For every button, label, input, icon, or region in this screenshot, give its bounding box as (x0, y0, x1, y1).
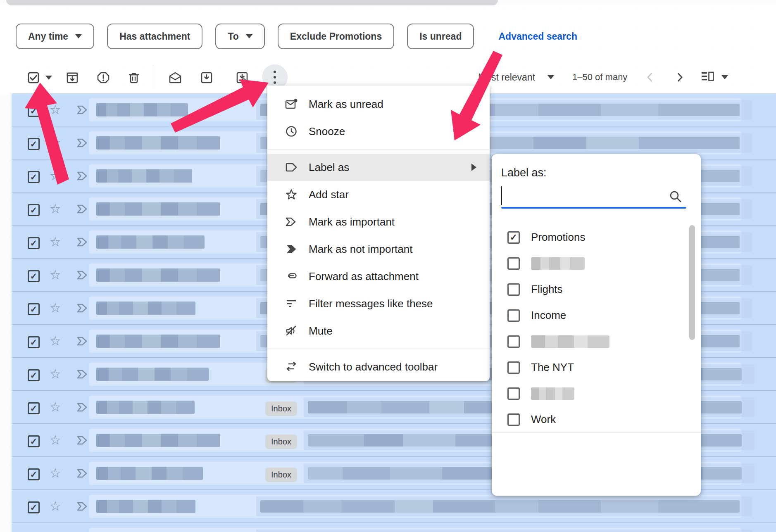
menu-item-mute[interactable]: Mute (267, 317, 490, 344)
star-icon[interactable]: ☆ (50, 202, 61, 215)
label-list-scrollbar[interactable] (689, 225, 695, 340)
checkbox-unchecked-icon[interactable] (507, 361, 520, 374)
menu-item-snooze[interactable]: Snooze (267, 118, 490, 145)
row-checkbox[interactable]: ✓ (28, 270, 40, 282)
star-icon[interactable]: ☆ (50, 368, 61, 380)
delete-button[interactable] (125, 69, 143, 87)
star-icon[interactable]: ☆ (50, 103, 61, 116)
star-icon[interactable]: ☆ (50, 401, 61, 413)
label-option-blurred[interactable] (492, 380, 701, 406)
importance-marker-icon[interactable] (76, 303, 89, 315)
filter-chip-any-time[interactable]: Any time (16, 24, 94, 49)
filter-chip-exclude-promotions[interactable]: Exclude Promotions (278, 24, 394, 49)
move-to-icon (200, 71, 213, 84)
importance-marker-icon[interactable] (76, 237, 89, 249)
row-checkbox[interactable]: ✓ (28, 204, 40, 216)
label-option-flights[interactable]: Flights (492, 276, 701, 302)
row-checkbox[interactable]: ✓ (28, 171, 40, 183)
star-icon[interactable]: ☆ (50, 335, 61, 347)
report-spam-button[interactable] (94, 69, 112, 87)
menu-item-mark-as-important[interactable]: Mark as important (267, 208, 490, 235)
label-option-income[interactable]: Income (492, 302, 701, 328)
move-to-button[interactable] (198, 69, 216, 87)
filter-chip-has-attachment[interactable]: Has attachment (107, 24, 202, 49)
email-row[interactable]: ✓☆ (12, 523, 776, 532)
menu-item-mark-as-unread[interactable]: Mark as unread (267, 90, 490, 118)
importance-marker-icon[interactable] (76, 369, 89, 381)
checkbox-checked-icon[interactable]: ✓ (507, 231, 520, 244)
row-checkbox[interactable]: ✓ (28, 336, 40, 348)
star-icon[interactable]: ☆ (50, 268, 61, 281)
archive-button[interactable] (63, 69, 81, 87)
importance-marker-icon[interactable] (76, 501, 89, 513)
label-option-blurred[interactable] (492, 250, 701, 276)
checkbox-unchecked-icon[interactable] (507, 257, 520, 270)
newer-page-button[interactable] (643, 70, 657, 84)
label-option-promotions[interactable]: ✓Promotions (492, 224, 701, 250)
row-checkbox[interactable]: ✓ (28, 435, 40, 447)
checkbox-unchecked-icon[interactable] (507, 413, 520, 426)
row-checkbox[interactable]: ✓ (28, 303, 40, 315)
checkbox-unchecked-icon[interactable] (507, 309, 520, 322)
menu-divider (267, 149, 490, 150)
label-option-work[interactable]: Work (492, 406, 701, 432)
row-checkbox[interactable]: ✓ (28, 402, 40, 414)
star-icon[interactable]: ☆ (50, 136, 61, 149)
star-icon[interactable]: ☆ (50, 235, 61, 248)
importance-marker-icon[interactable] (76, 204, 89, 216)
select-all-checkbox[interactable] (24, 69, 43, 87)
advanced-search-link[interactable]: Advanced search (498, 31, 577, 42)
star-icon[interactable]: ☆ (50, 169, 61, 182)
more-options-button[interactable] (266, 68, 284, 86)
star-icon[interactable]: ☆ (50, 302, 61, 314)
row-checkbox[interactable]: ✓ (28, 369, 40, 381)
menu-item-switch-to-advanced-toolbar[interactable]: Switch to advanced toolbar (267, 353, 490, 380)
checkbox-unchecked-icon[interactable] (507, 283, 520, 296)
menu-item-forward-as-attachment[interactable]: Forward as attachment (267, 263, 490, 290)
row-checkbox[interactable]: ✓ (28, 138, 40, 150)
select-dropdown-caret[interactable] (41, 69, 56, 87)
filter-chip-to[interactable]: To (215, 24, 264, 49)
star-icon[interactable]: ☆ (50, 434, 61, 446)
label-option-the-nyt[interactable]: The NYT (492, 354, 701, 380)
archive-to-button[interactable] (233, 69, 251, 87)
split-pane-button[interactable] (701, 71, 715, 84)
subject-blur-halo (256, 530, 752, 532)
importance-marker-icon[interactable] (76, 336, 89, 348)
menu-item-label: Mute (309, 325, 333, 337)
menu-item-mark-as-not-important[interactable]: Mark as not important (267, 235, 490, 263)
row-checkbox[interactable]: ✓ (28, 501, 40, 513)
row-checkbox[interactable]: ✓ (28, 105, 40, 117)
importance-marker-icon[interactable] (76, 105, 89, 116)
importance-marker-icon[interactable] (76, 138, 89, 150)
caret-down-icon (45, 76, 52, 80)
star-icon[interactable]: ☆ (50, 500, 61, 513)
mark-read-button[interactable] (166, 69, 184, 87)
filter-chip-is-unread[interactable]: Is unread (407, 24, 474, 49)
sort-caret-icon[interactable] (547, 75, 554, 79)
row-checkbox[interactable]: ✓ (28, 237, 40, 249)
split-pane-caret-icon[interactable] (721, 75, 728, 79)
importance-marker-icon[interactable] (76, 435, 89, 447)
filter-chip-label: Any time (28, 31, 68, 42)
menu-item-label: Switch to advanced toolbar (309, 361, 438, 373)
importance-marker-icon[interactable] (76, 270, 89, 282)
importance-marker-icon[interactable] (76, 402, 89, 414)
importance-marker-icon[interactable] (76, 171, 89, 183)
label-search-input[interactable] (501, 186, 681, 205)
caret-down-icon (75, 34, 82, 38)
label-option-blurred[interactable] (492, 328, 701, 354)
search-icon[interactable] (669, 190, 683, 204)
checkbox-unchecked-icon[interactable] (507, 335, 520, 348)
older-page-button[interactable] (673, 70, 687, 84)
menu-item-filter-messages-like-these[interactable]: Filter messages like these (267, 290, 490, 317)
row-checkbox[interactable]: ✓ (28, 468, 40, 480)
menu-item-label-as[interactable]: Label as (267, 154, 490, 181)
trash-icon (127, 71, 140, 84)
importance-marker-icon[interactable] (76, 468, 89, 480)
menu-item-add-star[interactable]: Add star (267, 181, 490, 208)
menu-item-label: Mark as not important (309, 243, 412, 256)
sort-by-dropdown[interactable]: Most relevant (478, 72, 535, 83)
checkbox-unchecked-icon[interactable] (507, 387, 520, 400)
star-icon[interactable]: ☆ (50, 467, 61, 480)
